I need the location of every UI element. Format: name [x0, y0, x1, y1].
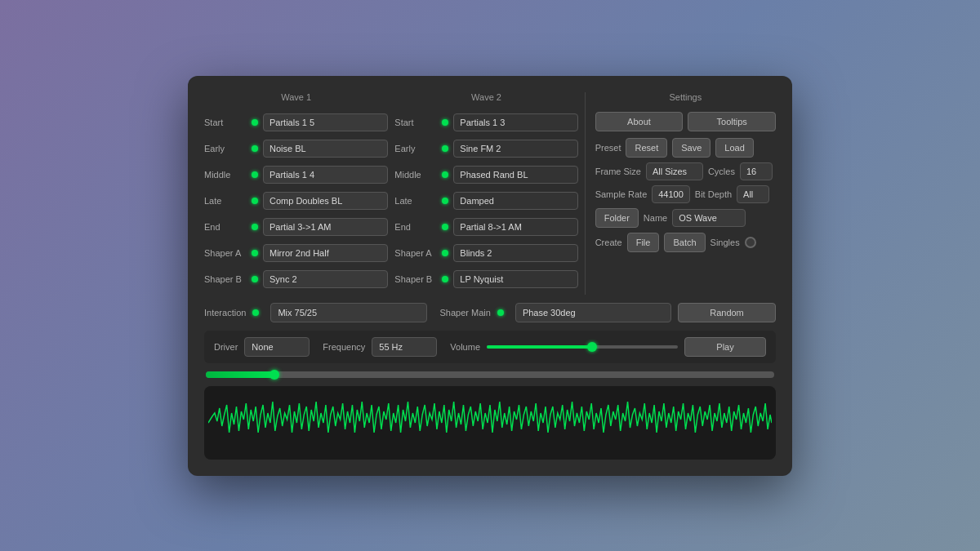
shaper-main-field[interactable]: Phase 30deg — [515, 303, 671, 322]
wave1-start-led — [252, 119, 258, 126]
samplerate-label: Sample Rate — [595, 189, 648, 199]
batch-button[interactable]: Batch — [664, 233, 705, 252]
wave1-shaperb-field[interactable]: Sync 2 — [263, 270, 388, 288]
wave2-early-field[interactable]: Sine FM 2 — [453, 140, 577, 158]
wave2-end-led — [442, 224, 448, 230]
name-label: Name — [644, 213, 667, 223]
volume-track — [487, 345, 678, 349]
wave1-shapera-field[interactable]: Mirror 2nd Half — [263, 244, 388, 262]
wave2-start-field[interactable]: Partials 1 3 — [453, 113, 577, 131]
volume-label: Volume — [450, 342, 480, 352]
volume-slider[interactable] — [487, 345, 678, 349]
interaction-led — [252, 309, 259, 316]
waveform-svg — [208, 390, 772, 455]
wave2-shapera-label: Shaper A — [394, 248, 442, 258]
main-grid: Wave 1 Start Partials 1 5 Early Noise BL… — [204, 92, 776, 295]
wave2-end-field[interactable]: Partial 8->1 AM — [453, 218, 577, 236]
play-button[interactable]: Play — [684, 337, 766, 357]
wave2-middle-field[interactable]: Phased Rand BL — [453, 166, 577, 184]
singles-radio[interactable] — [745, 237, 756, 248]
wave2-early-led — [442, 145, 448, 152]
wave2-row-shaperb: Shaper B LP Nyquist — [394, 269, 577, 290]
interaction-label: Interaction — [204, 308, 246, 318]
wave1-end-led — [252, 224, 258, 230]
cycles-field[interactable]: 16 — [740, 162, 773, 180]
waveform-line — [208, 402, 772, 433]
load-button[interactable]: Load — [715, 138, 753, 158]
wave1-early-label: Early — [204, 144, 252, 153]
wave1-middle-led — [252, 171, 258, 178]
wave1-early-led — [252, 145, 258, 152]
folder-button[interactable]: Folder — [595, 208, 639, 228]
singles-radio-dot — [748, 240, 753, 245]
create-label: Create — [595, 238, 622, 247]
progress-track[interactable] — [206, 371, 774, 378]
wave1-start-label: Start — [204, 118, 252, 127]
wave2-shaperb-field[interactable]: LP Nyquist — [453, 270, 577, 288]
bitdepth-field[interactable]: All — [737, 185, 769, 203]
wave2-shaperb-led — [442, 276, 448, 282]
progress-fill — [206, 371, 274, 378]
wave2-late-label: Late — [394, 196, 442, 206]
wave1-early-field[interactable]: Noise BL — [263, 140, 388, 158]
file-button[interactable]: File — [627, 233, 660, 252]
app-window: Wave 1 Start Partials 1 5 Early Noise BL… — [188, 76, 792, 476]
wave1-start-field[interactable]: Partials 1 5 — [263, 113, 388, 131]
samplerate-field[interactable]: 44100 — [652, 185, 690, 203]
tooltips-button[interactable]: Tooltips — [688, 112, 776, 131]
freq-label: Frequency — [323, 342, 365, 352]
wave1-shaperb-led — [252, 276, 258, 282]
reset-button[interactable]: Reset — [626, 138, 667, 158]
wave1-row-late: Late Comp Doubles BL — [204, 190, 388, 211]
wave1-header: Wave 1 — [204, 92, 388, 105]
about-button[interactable]: About — [595, 112, 684, 131]
wave2-middle-led — [442, 171, 448, 178]
cycles-label: Cycles — [708, 167, 735, 176]
driver-field[interactable]: None — [244, 337, 310, 357]
wave1-middle-field[interactable]: Partials 1 4 — [263, 166, 388, 184]
wave1-shapera-label: Shaper A — [204, 248, 252, 258]
bitdepth-label: Bit Depth — [695, 189, 732, 199]
shaper-main-led — [497, 309, 504, 316]
wave2-row-early: Early Sine FM 2 — [394, 138, 577, 159]
wave2-row-middle: Middle Phased Rand BL — [394, 164, 577, 185]
wave1-row-shaperb: Shaper B Sync 2 — [204, 269, 388, 290]
wave1-end-field[interactable]: Partial 3->1 AM — [263, 218, 388, 236]
wave1-row-middle: Middle Partials 1 4 — [204, 164, 388, 185]
wave1-shapera-led — [252, 250, 258, 256]
framesize-row: Frame Size All Sizes Cycles 16 — [595, 162, 776, 180]
random-button[interactable]: Random — [678, 303, 776, 322]
wave2-row-shapera: Shaper A Blinds 2 — [394, 242, 577, 264]
wave2-start-label: Start — [394, 118, 442, 127]
wave2-late-field[interactable]: Damped — [453, 192, 577, 210]
driver-label: Driver — [214, 342, 238, 352]
settings-header: Settings — [595, 92, 776, 105]
wave2-shapera-field[interactable]: Blinds 2 — [453, 244, 577, 262]
framesize-field[interactable]: All Sizes — [646, 162, 703, 180]
interaction-bar: Interaction Mix 75/25 Shaper Main Phase … — [204, 303, 776, 322]
progress-thumb — [270, 370, 279, 380]
wave2-middle-label: Middle — [394, 170, 442, 180]
preset-label: Preset — [595, 143, 621, 153]
wave2-header: Wave 2 — [394, 92, 577, 105]
wave1-section: Wave 1 Start Partials 1 5 Early Noise BL… — [204, 92, 394, 295]
wave1-late-field[interactable]: Comp Doubles BL — [263, 192, 388, 210]
wave1-late-led — [252, 198, 258, 204]
wave2-section: Wave 2 Start Partials 1 3 Early Sine FM … — [394, 92, 585, 295]
create-row: Create File Batch Singles — [595, 233, 776, 252]
freq-field[interactable]: 55 Hz — [372, 337, 437, 357]
wave1-row-start: Start Partials 1 5 — [204, 112, 388, 133]
wave2-end-label: End — [394, 222, 442, 232]
name-field[interactable]: OS Wave — [672, 209, 746, 227]
wave2-start-led — [442, 119, 448, 126]
shaper-main-label: Shaper Main — [440, 308, 491, 318]
wave2-row-start: Start Partials 1 3 — [394, 112, 577, 133]
wave2-shaperb-label: Shaper B — [394, 274, 442, 284]
wave1-row-shapera: Shaper A Mirror 2nd Half — [204, 242, 388, 264]
wave1-late-label: Late — [204, 196, 252, 206]
interaction-field[interactable]: Mix 75/25 — [270, 303, 426, 322]
volume-fill — [487, 345, 592, 349]
wave2-shapera-led — [442, 250, 448, 256]
save-button[interactable]: Save — [672, 138, 710, 158]
wave2-row-end: End Partial 8->1 AM — [394, 216, 577, 238]
